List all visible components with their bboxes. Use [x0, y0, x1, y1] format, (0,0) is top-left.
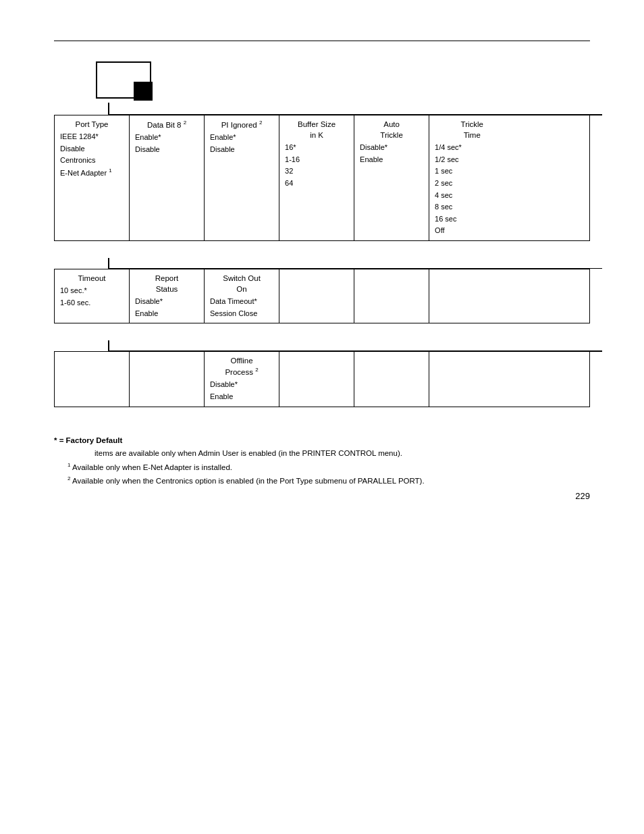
cell-data-bit-header: Data Bit 8 2 — [135, 119, 198, 130]
row3-menu-table: OfflineProcess 2 Disable* Enable — [54, 351, 590, 407]
cell-timeout: Timeout 10 sec.* 1-60 sec. — [55, 269, 130, 323]
cell-r3-empty2 — [130, 352, 205, 407]
v-line-2 — [108, 258, 109, 269]
cell-pi-ignored: PI Ignored 2 Enable* Disable — [205, 115, 279, 241]
cell-port-type-header: Port Type — [60, 119, 124, 130]
cell-data-bit-options: Enable* Disable — [135, 132, 198, 155]
cell-timeout-options: 10 sec.* 1-60 sec. — [60, 285, 124, 309]
cell-r3-empty3 — [279, 352, 354, 407]
h-line-2 — [108, 268, 602, 269]
cell-timeout-header: Timeout — [60, 273, 124, 284]
top-rule — [54, 41, 590, 41]
row1-diagram-section: Port Type IEEE 1284* Disable Centronics … — [54, 61, 590, 241]
page-number: 229 — [575, 491, 590, 501]
cell-switch-out: Switch OutOn Data Timeout* Session Close — [205, 269, 279, 323]
admin-note: items are available only when Admin User… — [95, 447, 590, 461]
row3-diagram-section: OfflineProcess 2 Disable* Enable — [54, 340, 590, 407]
h-line-3 — [108, 350, 602, 352]
row2-menu-table: Timeout 10 sec.* 1-60 sec. ReportStatus … — [54, 269, 590, 323]
cell-r3-right-ext — [514, 352, 589, 407]
cell-pi-ignored-options: Enable* Disable — [210, 132, 273, 155]
cell-buffer-size: Buffer Sizein K 16* 1-16 32 64 — [279, 115, 354, 241]
cell-r3-empty4 — [354, 352, 429, 407]
cell-offline-process-header: OfflineProcess 2 — [210, 355, 273, 377]
v-line-3 — [108, 340, 109, 351]
inner-rect — [134, 82, 153, 101]
cell-trickle-time: TrickleTime 1/4 sec* 1/2 sec 1 sec 2 sec… — [429, 115, 515, 241]
cell-switch-out-header: Switch OutOn — [210, 273, 273, 294]
cell-report-status: ReportStatus Disable* Enable — [130, 269, 205, 323]
connector-row1 — [96, 103, 590, 115]
cell-data-bit: Data Bit 8 2 Enable* Disable — [130, 115, 205, 241]
cell-r2-empty3 — [429, 269, 515, 323]
cell-report-status-options: Disable* Enable — [135, 296, 198, 319]
cell-r3-empty1 — [55, 352, 130, 407]
footnotes-section: * = Factory Default items are available … — [54, 434, 590, 488]
cell-port-type-options: IEEE 1284* Disable Centronics E-Net Adap… — [60, 131, 124, 179]
page-container: Port Type IEEE 1284* Disable Centronics … — [0, 0, 644, 528]
footnote-1: 1 Available only when E-Net Adapter is i… — [68, 461, 590, 474]
cell-right-ext1 — [514, 115, 589, 241]
cell-report-status-header: ReportStatus — [135, 273, 198, 294]
cell-buffer-size-header: Buffer Sizein K — [285, 119, 348, 140]
cell-offline-process-options: Disable* Enable — [210, 379, 273, 402]
cell-port-type: Port Type IEEE 1284* Disable Centronics … — [55, 115, 130, 241]
cell-offline-process: OfflineProcess 2 Disable* Enable — [205, 352, 279, 407]
cell-auto-trickle-options: Disable* Enable — [360, 142, 423, 165]
h-line-1 — [108, 114, 602, 115]
cell-trickle-time-options: 1/4 sec* 1/2 sec 1 sec 2 sec 4 sec 8 sec… — [435, 142, 509, 237]
cell-r2-right-ext — [514, 269, 589, 323]
v-line-1 — [108, 103, 109, 115]
cell-auto-trickle: AutoTrickle Disable* Enable — [354, 115, 429, 241]
cell-switch-out-options: Data Timeout* Session Close — [210, 296, 273, 319]
cell-auto-trickle-header: AutoTrickle — [360, 119, 423, 140]
cell-buffer-size-options: 16* 1-16 32 64 — [285, 142, 348, 189]
cell-r2-empty1 — [279, 269, 354, 323]
cell-r2-empty2 — [354, 269, 429, 323]
row1-menu-table: Port Type IEEE 1284* Disable Centronics … — [54, 115, 590, 241]
cell-trickle-time-header: TrickleTime — [435, 119, 509, 140]
factory-default-label: * = Factory Default — [54, 434, 590, 448]
port-icon — [96, 61, 153, 101]
connector-row2-top — [96, 258, 590, 269]
row2-diagram-section: Timeout 10 sec.* 1-60 sec. ReportStatus … — [54, 258, 590, 323]
connector-row3-top — [96, 340, 590, 351]
footnote-2: 2 Available only when the Centronics opt… — [68, 474, 590, 488]
cell-r3-empty5 — [429, 352, 515, 407]
cell-pi-ignored-header: PI Ignored 2 — [210, 119, 273, 130]
